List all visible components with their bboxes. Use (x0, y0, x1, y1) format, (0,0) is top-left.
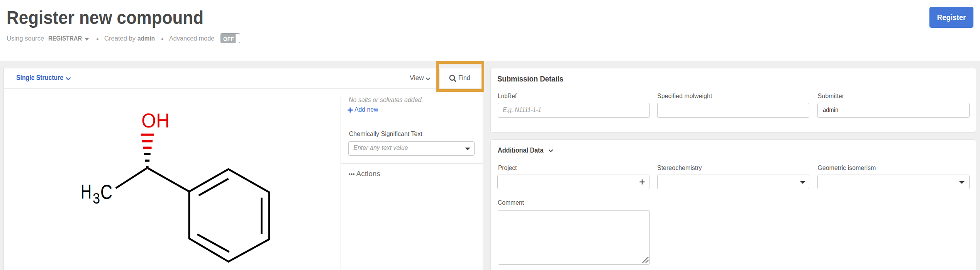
svg-text:OH: OH (141, 109, 170, 132)
svg-text:H: H (81, 180, 92, 203)
svg-text:3: 3 (93, 190, 100, 207)
svg-text:C: C (100, 181, 112, 203)
